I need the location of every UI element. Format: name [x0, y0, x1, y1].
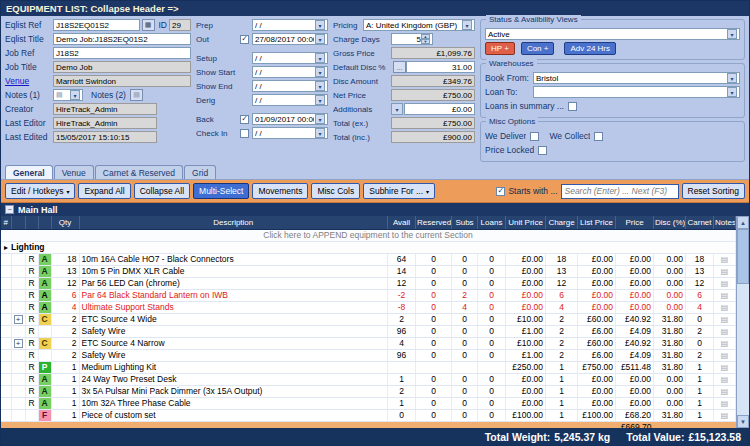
cell-idx[interactable] [1, 361, 11, 373]
cell-res[interactable]: 0 [416, 409, 452, 421]
cell-st[interactable]: A [38, 301, 51, 313]
cell-exp[interactable] [11, 361, 25, 373]
cell-notes[interactable]: ▤ [714, 253, 736, 265]
cell-exp[interactable] [11, 409, 25, 421]
equipment-row[interactable]: RA6Par 64 Black Standard Lantern on IWB-… [1, 289, 736, 301]
cell-unit[interactable]: £0.00 [506, 397, 546, 409]
note-icon[interactable]: ▤ [721, 363, 729, 372]
date-field[interactable]: / /▾ [252, 19, 328, 31]
cell-desc[interactable]: Ultimate Support Stands [79, 301, 388, 313]
equipment-row[interactable]: +RC2ETC Source 4 Wide2000£10.002£60.00£4… [1, 313, 736, 325]
cell-notes[interactable]: ▤ [714, 289, 736, 301]
we-collect-checkbox[interactable] [594, 132, 603, 141]
cell-notes[interactable]: ▤ [714, 361, 736, 373]
col-header-reserved[interactable]: Reserved [416, 216, 452, 229]
equipment-row[interactable]: RA4Ultimate Support Stands-8040£0.004£0.… [1, 301, 736, 313]
col-header-blank[interactable] [25, 216, 38, 229]
cell-r[interactable]: R [25, 337, 38, 349]
cell-desc[interactable]: 10m 32A Three Phase Cable [79, 397, 388, 409]
dropdown-arrow-icon[interactable]: ▾ [727, 87, 737, 97]
cell-list[interactable]: £100.00 [578, 409, 616, 421]
cell-idx[interactable] [1, 301, 11, 313]
cell-unit[interactable]: £0.00 [506, 265, 546, 277]
section-collapse-icon[interactable]: − [5, 205, 14, 214]
cell-desc[interactable]: 24 Way Two Preset Desk [79, 373, 388, 385]
cell-st[interactable]: A [38, 373, 51, 385]
cell-subs[interactable] [452, 361, 478, 373]
dropdown-arrow-icon[interactable]: ▾ [315, 67, 325, 77]
cell-loans[interactable]: 0 [478, 337, 506, 349]
cell-carnet[interactable]: 2 [686, 325, 714, 337]
cell-qty[interactable]: 13 [51, 265, 79, 277]
dropdown-arrow-icon[interactable]: ▾ [315, 114, 325, 124]
vertical-scrollbar[interactable]: ▲ ▼ [736, 216, 749, 428]
cell-idx[interactable] [1, 397, 11, 409]
cell-idx[interactable] [1, 325, 11, 337]
cell-st[interactable] [38, 325, 51, 337]
cell-disc[interactable]: 0.00 [654, 277, 686, 289]
cell-list[interactable]: £60.00 [578, 313, 616, 325]
cell-unit[interactable]: £250.00 [506, 361, 546, 373]
cell-loans[interactable]: 0 [478, 409, 506, 421]
default-disc-ellipsis-button[interactable]: ... [393, 61, 406, 73]
cell-price[interactable]: £0.00 [616, 277, 654, 289]
cell-charge[interactable]: 1 [546, 361, 578, 373]
cell-desc[interactable]: 3x 5A Pulsar Mini Pack Dimmer (3x 15A Ou… [79, 385, 388, 397]
equipment-row[interactable]: RA12Par 56 LED Can (chrome)12000£0.0012£… [1, 277, 736, 289]
cell-exp[interactable] [11, 349, 25, 361]
notes1-dropdown[interactable]: ▤▾ [53, 89, 83, 101]
cell-res[interactable]: 0 [416, 337, 452, 349]
cell-unit[interactable]: £0.00 [506, 373, 546, 385]
cell-qty[interactable]: 1 [51, 409, 79, 421]
cell-notes[interactable]: ▤ [714, 325, 736, 337]
cell-st[interactable]: C [38, 313, 51, 325]
cell-idx[interactable] [1, 277, 11, 289]
cell-res[interactable]: 0 [416, 349, 452, 361]
edit-hotkeys-button[interactable]: Edit / Hotkeys▾ [5, 183, 75, 199]
cell-unit[interactable]: £0.00 [506, 301, 546, 313]
cell-disc[interactable]: 0.00 [654, 397, 686, 409]
cell-qty[interactable]: 1 [51, 361, 79, 373]
expand-all-button[interactable]: Expand All [78, 183, 130, 199]
cell-unit[interactable]: £0.00 [506, 385, 546, 397]
cell-list[interactable]: £60.00 [578, 337, 616, 349]
col-header-[interactable]: # [1, 216, 11, 229]
venue-link[interactable]: Venue [5, 76, 53, 86]
cell-desc[interactable]: Par 64 Black Standard Lantern on IWB [79, 289, 388, 301]
col-header-disc[interactable]: Disc (%) [654, 216, 686, 229]
note-icon[interactable]: ▤ [721, 399, 729, 408]
note-icon[interactable]: ▤ [721, 303, 729, 312]
cell-exp[interactable]: + [11, 313, 25, 325]
cell-notes[interactable]: ▤ [714, 409, 736, 421]
dropdown-arrow-icon[interactable]: ▾ [315, 20, 325, 30]
cell-subs[interactable]: 0 [452, 277, 478, 289]
cell-subs[interactable]: 0 [452, 397, 478, 409]
price-locked-checkbox[interactable] [538, 146, 547, 155]
cell-carnet[interactable]: 6 [686, 289, 714, 301]
cell-desc[interactable]: 10m 16A Cable HO7 - Black Connectors [79, 253, 388, 265]
dropdown-arrow-icon[interactable]: ▾ [727, 73, 737, 83]
cell-unit[interactable]: £10.00 [506, 313, 546, 325]
col-header-subs[interactable]: Subs [452, 216, 478, 229]
cell-carnet[interactable]: 0 [686, 337, 714, 349]
cell-exp[interactable]: + [11, 337, 25, 349]
cell-unit[interactable]: £1.00 [506, 325, 546, 337]
cell-st[interactable]: P [38, 361, 51, 373]
cell-idx[interactable] [1, 385, 11, 397]
equipment-row[interactable]: RA110m 32A Three Phase Cable1000£0.001£0… [1, 397, 736, 409]
cell-st[interactable]: A [38, 397, 51, 409]
cell-res[interactable]: 0 [416, 277, 452, 289]
cell-price[interactable]: £0.00 [616, 385, 654, 397]
date-field[interactable]: / /▾ [252, 127, 328, 139]
cell-subs[interactable]: 0 [452, 313, 478, 325]
cell-qty[interactable]: 2 [51, 325, 79, 337]
cell-r[interactable]: R [25, 373, 38, 385]
cell-qty[interactable]: 1 [51, 397, 79, 409]
cell-loans[interactable]: 0 [478, 277, 506, 289]
cell-loans[interactable]: 0 [478, 325, 506, 337]
date-field[interactable]: / /▾ [252, 80, 328, 92]
date-checkbox[interactable]: ✓ [240, 35, 249, 44]
additionals-dropdown[interactable]: ▾ [391, 103, 403, 115]
cell-list[interactable]: £0.00 [578, 385, 616, 397]
cell-desc[interactable]: 10m 5 Pin DMX XLR Cable [79, 265, 388, 277]
